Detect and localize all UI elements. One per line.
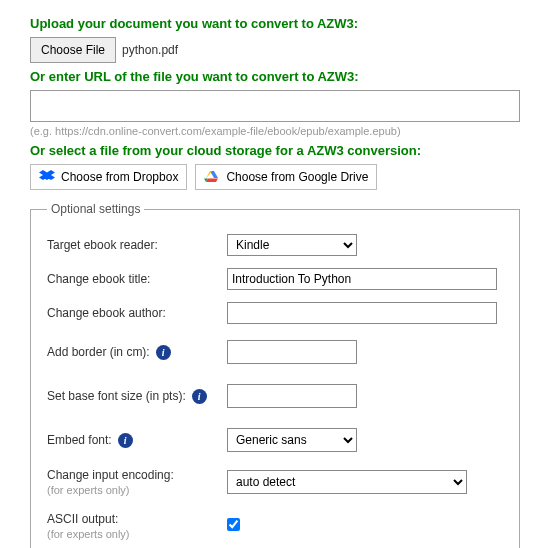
gdrive-icon: [204, 169, 220, 185]
target-reader-label: Target ebook reader:: [47, 238, 158, 252]
gdrive-button-label: Choose from Google Drive: [226, 170, 368, 184]
info-icon[interactable]: i: [156, 345, 171, 360]
title-label: Change ebook title:: [47, 272, 150, 286]
info-icon[interactable]: i: [118, 433, 133, 448]
info-icon[interactable]: i: [192, 389, 207, 404]
target-reader-select[interactable]: Kindle: [227, 234, 357, 256]
font-size-label: Set base font size (in pts):: [47, 389, 186, 403]
choose-gdrive-button[interactable]: Choose from Google Drive: [195, 164, 377, 190]
optional-settings-fieldset: Optional settings Target ebook reader: K…: [30, 202, 520, 548]
ascii-label: ASCII output:: [47, 512, 118, 526]
dropbox-button-label: Choose from Dropbox: [61, 170, 178, 184]
encoding-label: Change input encoding:: [47, 468, 174, 482]
title-input[interactable]: [227, 268, 497, 290]
url-input[interactable]: [30, 90, 520, 122]
author-input[interactable]: [227, 302, 497, 324]
encoding-sub: (for experts only): [47, 484, 227, 496]
encoding-select[interactable]: auto detect: [227, 470, 467, 494]
dropbox-icon: [39, 169, 55, 185]
url-heading: Or enter URL of the file you want to con…: [30, 69, 520, 84]
embed-font-select[interactable]: Generic sans: [227, 428, 357, 452]
author-label: Change ebook author:: [47, 306, 166, 320]
font-size-input[interactable]: [227, 384, 357, 408]
optional-legend: Optional settings: [47, 202, 144, 216]
ascii-sub: (for experts only): [47, 528, 227, 540]
url-hint: (e.g. https://cdn.online-convert.com/exa…: [30, 125, 520, 137]
selected-file-name: python.pdf: [122, 43, 178, 57]
upload-heading: Upload your document you want to convert…: [30, 16, 520, 31]
choose-file-button[interactable]: Choose File: [30, 37, 116, 63]
embed-font-label: Embed font:: [47, 433, 112, 447]
ascii-checkbox[interactable]: [227, 518, 240, 531]
border-input[interactable]: [227, 340, 357, 364]
border-label: Add border (in cm):: [47, 345, 150, 359]
cloud-heading: Or select a file from your cloud storage…: [30, 143, 520, 158]
choose-dropbox-button[interactable]: Choose from Dropbox: [30, 164, 187, 190]
